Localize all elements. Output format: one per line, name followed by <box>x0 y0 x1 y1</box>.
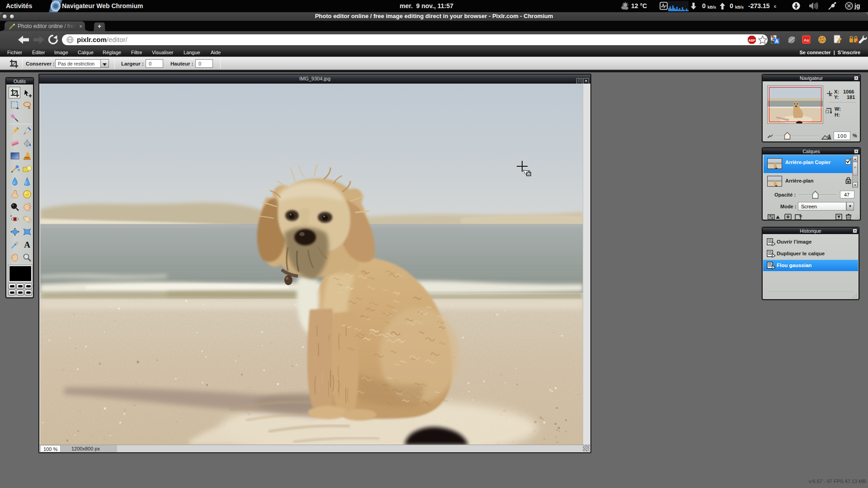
svg-text:ABP: ABP <box>749 39 755 42</box>
svg-text:A: A <box>775 39 778 44</box>
svg-text:Aa: Aa <box>804 38 809 42</box>
svg-text:A: A <box>24 240 30 249</box>
